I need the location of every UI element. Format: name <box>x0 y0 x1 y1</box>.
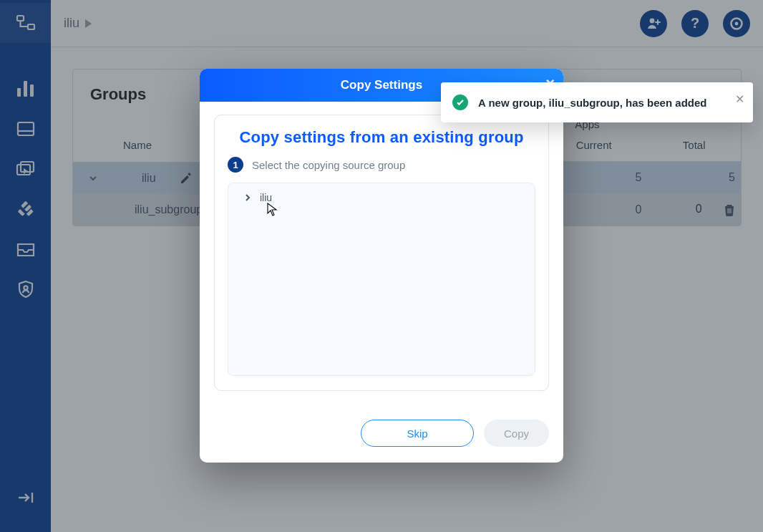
modal-title: Copy Settings <box>341 78 422 92</box>
copy-settings-modal: Copy Settings × Copy settings from an ex… <box>200 69 563 463</box>
close-icon[interactable]: ✕ <box>735 92 744 106</box>
step-number-badge: 1 <box>228 157 243 173</box>
modal-heading: Copy settings from an existing group <box>228 128 535 147</box>
skip-button[interactable]: Skip <box>361 420 474 447</box>
chevron-right-icon[interactable] <box>243 193 253 203</box>
source-group-tree: iliu <box>228 183 535 376</box>
copy-button: Copy <box>484 420 549 447</box>
success-icon <box>452 95 468 110</box>
step-text: Select the copying source group <box>252 159 405 171</box>
toast-message: A new group, iliu_subgroup, has been add… <box>478 97 706 109</box>
tree-item-label: iliu <box>260 192 272 203</box>
toast: A new group, iliu_subgroup, has been add… <box>441 82 753 122</box>
skip-label: Skip <box>407 427 427 440</box>
copy-label: Copy <box>504 427 529 440</box>
modal-card: Copy settings from an existing group 1 S… <box>214 115 549 391</box>
tree-item[interactable]: iliu <box>237 190 530 205</box>
